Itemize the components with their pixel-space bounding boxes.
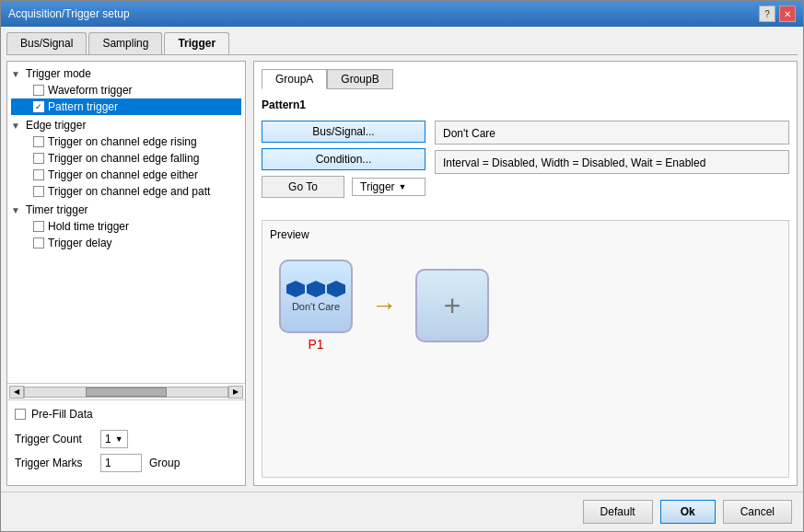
prefill-label: Pre-Fill Data: [31, 408, 93, 421]
main-window: Acquisition/Trigger setup ? ✕ Bus/Signal…: [0, 0, 804, 532]
trigger-count-dropdown[interactable]: 1 ▼: [100, 430, 128, 448]
help-button[interactable]: ?: [759, 6, 775, 22]
scroll-right-button[interactable]: ▶: [228, 386, 243, 399]
tree-group-trigger-mode: ▼ Trigger mode Waveform trigger Pattern …: [11, 65, 241, 115]
h-scrollbar-thumb[interactable]: [86, 387, 167, 397]
goto-button[interactable]: Go To: [262, 176, 344, 198]
preview-label: Preview: [270, 228, 781, 241]
edge-trigger-label: Edge trigger: [26, 119, 86, 132]
right-panel: GroupA GroupB Pattern1 Bus/Signal... Con…: [253, 61, 798, 486]
left-panel: ▼ Trigger mode Waveform trigger Pattern …: [6, 61, 246, 486]
trigger-marks-row: Trigger Marks Group: [15, 454, 238, 472]
goto-arrow: ▼: [399, 182, 407, 191]
plus-tile: +: [415, 269, 489, 342]
tree-group-timer-trigger: ▼ Timer trigger Hold time trigger Trigge…: [11, 202, 241, 251]
goto-value: Trigger: [360, 180, 395, 193]
title-bar: Acquisition/Trigger setup ? ✕: [1, 1, 803, 27]
default-button[interactable]: Default: [583, 500, 653, 524]
tree-item-edge-and-patt[interactable]: Trigger on channel edge and patt: [11, 183, 241, 200]
pattern-buttons: Bus/Signal... Condition... Go To Trigger…: [262, 121, 425, 198]
tree-item-pattern-trigger[interactable]: Pattern trigger: [11, 98, 241, 115]
trigger-marks-label: Trigger Marks: [15, 457, 93, 469]
footer: Default Ok Cancel: [1, 492, 803, 531]
preview-p1: Don't Care P1: [279, 260, 353, 352]
trigger-mode-label: Trigger mode: [26, 67, 91, 80]
pattern-controls: Bus/Signal... Condition... Go To Trigger…: [262, 121, 789, 198]
hex-3: [327, 281, 345, 297]
tab-bus-signal[interactable]: Bus/Signal: [6, 32, 87, 54]
prefill-row: Pre-Fill Data: [15, 408, 238, 421]
checkbox-trigger-delay[interactable]: [33, 237, 44, 249]
h-scrollbar[interactable]: [24, 387, 228, 398]
checkbox-edge-falling[interactable]: [33, 153, 44, 164]
trigger-marks-input[interactable]: [100, 454, 142, 472]
group-tab-a[interactable]: GroupA: [262, 69, 327, 89]
cancel-button[interactable]: Cancel: [723, 500, 792, 524]
window-title: Acquisition/Trigger setup: [8, 7, 130, 20]
checkbox-edge-rising[interactable]: [33, 136, 44, 147]
tree-group-trigger-mode-label[interactable]: ▼ Trigger mode: [11, 65, 241, 82]
trigger-count-arrow: ▼: [115, 434, 123, 444]
tree-item-edge-rising[interactable]: Trigger on channel edge rising: [11, 133, 241, 150]
bus-signal-value: Don't Care: [435, 121, 789, 145]
goto-dropdown[interactable]: Trigger ▼: [352, 178, 425, 196]
prefill-checkbox[interactable]: [15, 409, 26, 420]
main-tabs: Bus/Signal Sampling Trigger: [6, 32, 798, 55]
trigger-count-row: Trigger Count 1 ▼: [15, 430, 238, 448]
tree-item-edge-falling[interactable]: Trigger on channel edge falling: [11, 150, 241, 167]
tree-item-waveform-trigger[interactable]: Waveform trigger: [11, 82, 241, 98]
condition-value: Interval = Disabled, Width = Disabled, W…: [435, 150, 789, 174]
preview-content: Don't Care P1 → +: [270, 250, 781, 361]
tree-group-timer-trigger-label[interactable]: ▼ Timer trigger: [11, 202, 241, 218]
checkbox-edge-either[interactable]: [33, 169, 44, 180]
expander-timer-trigger: ▼: [11, 205, 22, 215]
title-bar-buttons: ? ✕: [759, 6, 796, 22]
ok-button[interactable]: Ok: [660, 500, 716, 524]
left-bottom: Pre-Fill Data Trigger Count 1 ▼ Trigger …: [7, 399, 245, 485]
tree-group-edge-trigger-label[interactable]: ▼ Edge trigger: [11, 117, 241, 133]
tree-group-edge-trigger: ▼ Edge trigger Trigger on channel edge r…: [11, 117, 241, 200]
main-layout: ▼ Trigger mode Waveform trigger Pattern …: [6, 61, 798, 486]
pattern-tile: Don't Care: [279, 260, 353, 333]
expander-trigger-mode: ▼: [11, 69, 22, 79]
pattern-label: Pattern1: [262, 98, 789, 111]
checkbox-waveform[interactable]: [33, 85, 44, 96]
plus-symbol: +: [444, 289, 461, 323]
close-button[interactable]: ✕: [779, 6, 796, 22]
hex-2: [307, 281, 325, 297]
timer-trigger-label: Timer trigger: [26, 203, 88, 216]
scroll-left-button[interactable]: ◀: [9, 386, 24, 399]
trigger-count-label: Trigger Count: [15, 433, 93, 445]
condition-button[interactable]: Condition...: [262, 148, 425, 170]
checkbox-edge-and-patt[interactable]: [33, 186, 44, 197]
preview-section: Preview Don't Care P1: [262, 220, 789, 478]
group-tab-b[interactable]: GroupB: [327, 69, 392, 89]
tree-container: ▼ Trigger mode Waveform trigger Pattern …: [7, 62, 245, 383]
goto-row: Go To Trigger ▼: [262, 176, 425, 198]
expander-edge-trigger: ▼: [11, 121, 22, 131]
pattern-tile-label: Don't Care: [292, 301, 340, 312]
h-scrollbar-row: ◀ ▶: [7, 383, 245, 399]
trigger-count-value: 1: [105, 433, 111, 445]
checkbox-hold-time[interactable]: [33, 221, 44, 232]
group-tabs: GroupA GroupB: [262, 69, 789, 89]
trigger-marks-suffix: Group: [149, 457, 180, 469]
preview-arrow: →: [371, 291, 397, 320]
window-content: Bus/Signal Sampling Trigger ▼ Trigger mo…: [1, 27, 803, 492]
bus-signal-button[interactable]: Bus/Signal...: [262, 121, 425, 143]
tab-sampling[interactable]: Sampling: [88, 32, 162, 54]
pattern-values: Don't Care Interval = Disabled, Width = …: [435, 121, 789, 174]
pattern-hexagons: [286, 281, 345, 297]
p1-label: P1: [308, 337, 323, 352]
tree-item-trigger-delay[interactable]: Trigger delay: [11, 235, 241, 251]
hex-1: [286, 281, 305, 297]
tree-item-hold-time[interactable]: Hold time trigger: [11, 218, 241, 235]
checkbox-pattern[interactable]: [33, 101, 44, 112]
tree-item-edge-either[interactable]: Trigger on channel edge either: [11, 167, 241, 183]
tab-trigger[interactable]: Trigger: [164, 32, 229, 54]
